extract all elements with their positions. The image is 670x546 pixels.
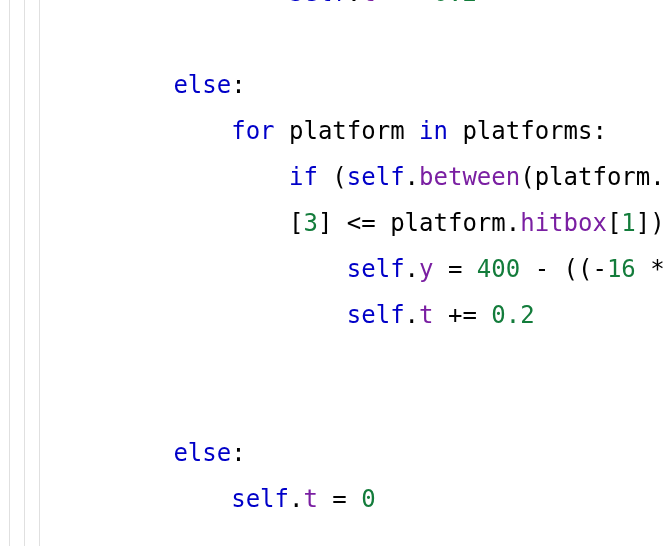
token-pn: . — [405, 163, 419, 191]
code-line: self.t = 0 — [0, 476, 670, 522]
token-pn: . — [405, 301, 419, 329]
token-sf: self — [289, 0, 347, 7]
token-kw: else — [173, 71, 231, 99]
code-line — [0, 384, 670, 430]
token-num: 0 — [361, 485, 375, 513]
token-op — [318, 163, 332, 191]
token-pn: . — [650, 163, 664, 191]
token-pn: . — [347, 0, 361, 7]
token-sf: self — [347, 301, 405, 329]
code-line — [0, 338, 670, 384]
token-attr: t — [303, 485, 317, 513]
token-attr: t — [419, 301, 433, 329]
code-line: if (self.between(platform. — [0, 154, 670, 200]
token-pn: [ — [607, 209, 621, 237]
code-line — [0, 16, 670, 62]
token-num: 16 — [607, 255, 636, 283]
code-editor[interactable]: self.t += 0.2 else: for platform in plat… — [0, 0, 670, 546]
token-pn: : — [592, 117, 606, 145]
code-line: else: — [0, 62, 670, 108]
token-id: platform — [390, 209, 506, 237]
token-id: platform — [535, 163, 651, 191]
code-line: self.t += 0.2 — [0, 292, 670, 338]
token-pn: ) — [650, 209, 664, 237]
token-kw: for — [231, 117, 274, 145]
token-num: 400 — [477, 255, 520, 283]
token-op — [275, 117, 289, 145]
token-pn: ( — [520, 163, 534, 191]
token-pn: . — [289, 485, 303, 513]
token-pn: (( — [564, 255, 593, 283]
token-attr: y — [419, 255, 433, 283]
token-op: = — [318, 485, 361, 513]
token-pn: [ — [289, 209, 303, 237]
code-line: for platform in platforms: — [0, 108, 670, 154]
token-op: += — [376, 0, 434, 7]
code-line: else: — [0, 430, 670, 476]
token-op: <= — [332, 209, 390, 237]
code-line: self.y = 400 - ((-16 * ( — [0, 246, 670, 292]
token-pn: : — [231, 439, 245, 467]
token-op: = — [433, 255, 476, 283]
token-attr: hitbox — [520, 209, 607, 237]
token-kw: if — [289, 163, 318, 191]
token-pn: . — [506, 209, 520, 237]
token-num: 1 — [621, 209, 635, 237]
token-op — [448, 117, 462, 145]
code-line: self.t += 0.2 — [0, 0, 670, 16]
token-attr: t — [361, 0, 375, 7]
token-num: 0.2 — [491, 301, 534, 329]
code-block: self.t += 0.2 else: for platform in plat… — [0, 0, 670, 522]
token-id: platform — [289, 117, 405, 145]
token-pn: ] — [318, 209, 332, 237]
token-num: 3 — [303, 209, 317, 237]
token-op: += — [433, 301, 491, 329]
token-sf: self — [347, 255, 405, 283]
token-pn: ] — [636, 209, 650, 237]
token-pn: . — [405, 255, 419, 283]
token-attr: between — [419, 163, 520, 191]
token-op: - — [592, 255, 606, 283]
token-op: - — [520, 255, 563, 283]
token-op: * — [636, 255, 670, 283]
token-sf: self — [231, 485, 289, 513]
token-id: platforms — [462, 117, 592, 145]
token-pn: : — [231, 71, 245, 99]
token-kw: in — [419, 117, 448, 145]
token-kw: else — [173, 439, 231, 467]
token-sf: self — [347, 163, 405, 191]
token-op — [405, 117, 419, 145]
code-line: [3] <= platform.hitbox[1]) — [0, 200, 670, 246]
token-num: 0.2 — [433, 0, 476, 7]
token-pn: ( — [332, 163, 346, 191]
